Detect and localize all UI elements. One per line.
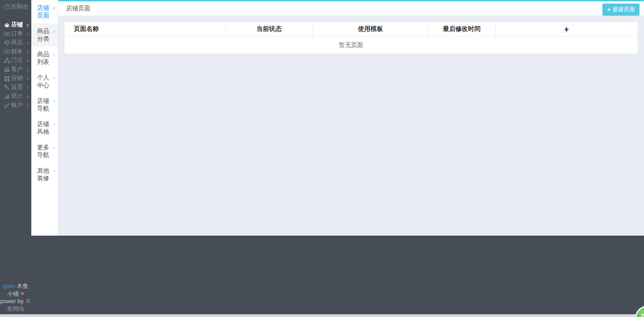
dashboard-icon xyxy=(3,3,10,10)
sidebar-separator: ··· xyxy=(0,110,31,118)
pages-table: 页面名称 当前状态 使用模板 最后修改时间 暂无页面 xyxy=(64,21,638,54)
key-icon xyxy=(3,101,10,109)
sub-sidebar: 店铺页面 › 商品分类 › 商品列表 › 个人中心 › 店铺导航 › 店铺风格 … xyxy=(31,0,58,236)
chevron-left-icon: ‹ xyxy=(27,93,29,99)
sidebar-item-settings[interactable]: 设置 ‹ xyxy=(0,83,31,92)
chevron-left-icon: ‹ xyxy=(27,85,29,90)
column-header-modified: 最后修改时间 xyxy=(428,22,495,37)
main-content: 店铺页面 + 新建页面 页面名称 当前状态 使用模板 最后修改时间 xyxy=(58,0,644,236)
chevron-left-icon: ‹ xyxy=(27,49,29,55)
chevron-left-icon: ‹ xyxy=(27,31,29,37)
sidebar-item-account[interactable]: 账户 ‹ xyxy=(0,101,31,110)
footer-link-gses[interactable]: gses xyxy=(3,283,15,289)
site-score-value: 75 xyxy=(640,313,644,317)
sidebar-item-label: 门店 xyxy=(11,56,23,64)
money-icon xyxy=(3,30,10,37)
heart-icon: ♥ xyxy=(21,290,24,297)
chevron-left-icon: ‹ xyxy=(27,76,29,81)
sidebar-item-label: 控制台 xyxy=(11,3,29,11)
sidebar-item-orders[interactable]: 订单 ‹ xyxy=(0,29,31,38)
footer-credit: gses 木鱼小铺 ♥ power by 木鱼网络 xyxy=(0,282,31,313)
sitemap-icon xyxy=(3,57,10,64)
submenu-item-personal-center[interactable]: 个人中心 › xyxy=(31,70,58,93)
content-header: 店铺页面 + 新建页面 xyxy=(58,1,644,16)
submenu-item-shop-style[interactable]: 店铺风格 › xyxy=(31,116,58,139)
sidebar-item-stores[interactable]: 门店 ‹ xyxy=(0,56,31,65)
chevron-right-icon: › xyxy=(53,74,55,82)
chevron-right-icon: › xyxy=(53,4,55,12)
chevron-right-icon: › xyxy=(53,97,55,105)
chevron-right-icon: › xyxy=(53,144,55,152)
sidebar-item-label: 客户 xyxy=(11,65,23,73)
submenu-item-shop-nav[interactable]: 店铺导航 › xyxy=(31,93,58,116)
submenu-item-label: 其他装修 xyxy=(37,167,49,182)
wrench-icon xyxy=(3,84,10,91)
submenu-item-label: 店铺导航 xyxy=(37,97,49,112)
sidebar-item-finance[interactable]: 财务 ‹ xyxy=(0,47,31,56)
chevron-right-icon: › xyxy=(53,121,55,128)
scale-icon xyxy=(3,39,10,46)
sidebar-item-label: 统计 xyxy=(11,92,23,100)
sidebar-item-statistics[interactable]: 统计 ‹ xyxy=(0,92,31,101)
bill-icon xyxy=(3,48,10,55)
column-header-status: 当前状态 xyxy=(225,22,313,37)
basket-icon xyxy=(3,21,10,28)
chevron-right-icon: › xyxy=(53,28,55,35)
sidebar-separator: ··· xyxy=(0,11,31,20)
bar-chart-icon xyxy=(3,93,10,100)
plus-icon: + xyxy=(607,6,610,13)
lightning-bolt-icon xyxy=(564,25,569,33)
column-header-actions xyxy=(495,22,638,37)
pages-panel: 页面名称 当前状态 使用模板 最后修改时间 暂无页面 xyxy=(64,21,638,54)
site-score-badge[interactable]: 75 xyxy=(635,306,644,317)
new-page-button-label: 新建页面 xyxy=(613,6,635,13)
submenu-item-label: 更多导航 xyxy=(37,144,49,158)
submenu-item-shop-pages[interactable]: 店铺页面 › xyxy=(31,0,58,23)
submenu-item-label: 个人中心 xyxy=(37,74,49,89)
main-sidebar: 控制台 ··· 店铺 ‹ 订单 ‹ 商品 ‹ xyxy=(0,0,31,317)
sidebar-item-marketing[interactable]: 营销 ‹ xyxy=(0,74,31,83)
submenu-item-label: 店铺页面 xyxy=(37,4,49,19)
chevron-left-icon: ‹ xyxy=(27,22,29,28)
chevron-left-icon: ‹ xyxy=(27,67,29,72)
users-icon xyxy=(3,66,10,73)
chevron-right-icon: › xyxy=(53,167,55,175)
submenu-item-other-decor[interactable]: 其他装修 › xyxy=(31,163,58,186)
submenu-item-product-categories[interactable]: 商品分类 › xyxy=(31,23,58,46)
sidebar-item-label: 账户 xyxy=(11,101,23,109)
sidebar-item-label: 商品 xyxy=(11,38,23,46)
page-title: 店铺页面 xyxy=(66,4,90,13)
sidebar-item-label: 设置 xyxy=(11,83,23,91)
table-empty-row: 暂无页面 xyxy=(64,37,638,54)
sidebar-item-products[interactable]: 商品 ‹ xyxy=(0,38,31,47)
footer-credit-text: power by xyxy=(0,298,24,304)
grid-icon xyxy=(3,75,10,82)
column-header-template: 使用模板 xyxy=(313,22,428,37)
submenu-item-product-list[interactable]: 商品列表 › xyxy=(31,46,58,70)
new-page-button[interactable]: + 新建页面 xyxy=(602,4,640,16)
sidebar-item-label: 订单 xyxy=(11,30,23,38)
table-header-row: 页面名称 当前状态 使用模板 最后修改时间 xyxy=(64,22,638,37)
sidebar-item-customers[interactable]: 客户 ‹ xyxy=(0,65,31,74)
submenu-item-label: 店铺风格 xyxy=(37,121,49,135)
bottom-strip xyxy=(0,314,644,317)
submenu-item-label: 商品列表 xyxy=(37,51,49,65)
sidebar-item-label: 财务 xyxy=(11,47,23,55)
submenu-item-more-nav[interactable]: 更多导航 › xyxy=(31,139,58,163)
sidebar-item-label: 店铺 xyxy=(11,21,23,29)
empty-state-text: 暂无页面 xyxy=(64,37,638,54)
chevron-left-icon: ‹ xyxy=(27,102,29,108)
sidebar-item-shop[interactable]: 店铺 ‹ xyxy=(0,20,31,29)
column-header-page-name: 页面名称 xyxy=(64,22,226,37)
submenu-item-label: 商品分类 xyxy=(37,28,49,42)
sidebar-item-label: 营销 xyxy=(11,74,23,82)
sidebar-item-console[interactable]: 控制台 xyxy=(0,2,31,11)
chevron-left-icon: ‹ xyxy=(27,58,29,63)
chevron-left-icon: ‹ xyxy=(27,40,29,46)
chevron-right-icon: › xyxy=(53,51,55,59)
